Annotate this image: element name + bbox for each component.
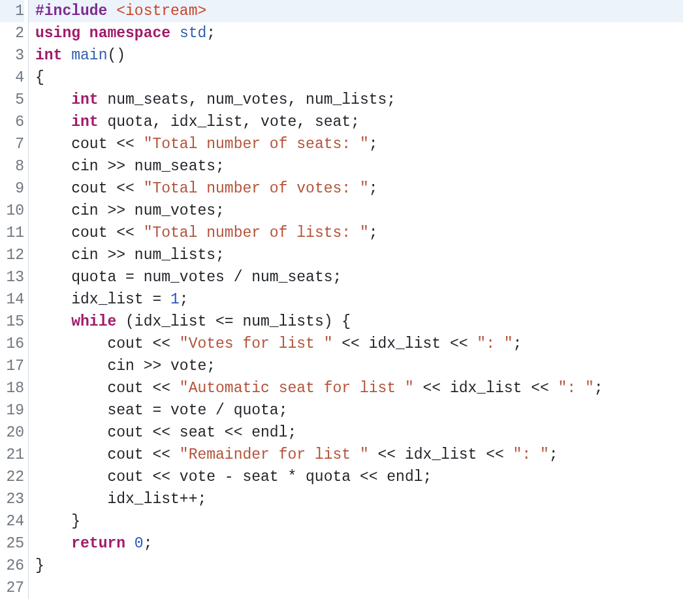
code-token	[35, 446, 107, 463]
code-line[interactable]: {	[35, 67, 683, 89]
code-line[interactable]: cout << seat << endl;	[35, 422, 683, 444]
code-token: cin >> num_votes;	[71, 202, 225, 219]
code-token: cout << vote - seat * quota << endl;	[107, 469, 432, 485]
code-token	[35, 136, 71, 153]
line-number: 3	[0, 44, 24, 67]
code-line[interactable]: cout << vote - seat * quota << endl;	[35, 466, 683, 488]
code-token	[35, 402, 107, 419]
line-number: 26	[0, 555, 24, 577]
code-token	[35, 424, 107, 441]
code-token: << idx_list <<	[369, 446, 513, 463]
line-number: 14	[0, 288, 24, 311]
code-token: idx_list =	[71, 291, 170, 308]
code-token	[35, 202, 71, 219]
line-number: 20	[0, 422, 24, 444]
line-number: 13	[0, 266, 24, 288]
code-token: std	[180, 25, 206, 42]
code-editor[interactable]: 1234567891011121314151617181920212223242…	[0, 0, 683, 599]
code-line[interactable]: cout << "Automatic seat for list " << id…	[35, 377, 683, 399]
code-line[interactable]	[35, 577, 683, 599]
code-token: cout <<	[107, 380, 179, 397]
line-number: 15	[0, 311, 24, 333]
code-line[interactable]: idx_list++;	[35, 488, 683, 510]
code-line[interactable]: cin >> vote;	[35, 355, 683, 377]
code-token: cout <<	[107, 446, 179, 463]
code-token	[35, 224, 71, 241]
code-token: main	[71, 47, 107, 64]
line-number: 1	[0, 0, 24, 22]
code-token	[35, 247, 71, 264]
code-token	[62, 47, 71, 64]
code-token: ;	[180, 291, 189, 308]
code-line[interactable]: cout << "Total number of seats: ";	[35, 133, 683, 155]
code-line[interactable]: return 0;	[35, 532, 683, 555]
code-token: cin >> vote;	[107, 358, 215, 375]
code-token: ;	[369, 224, 378, 241]
code-token: cout <<	[107, 335, 179, 352]
code-line[interactable]: quota = num_votes / num_seats;	[35, 266, 683, 288]
code-line[interactable]: cout << "Votes for list " << idx_list <<…	[35, 333, 683, 355]
code-token: while	[71, 313, 116, 330]
code-line[interactable]: cin >> num_seats;	[35, 155, 683, 177]
line-number: 8	[0, 155, 24, 177]
code-token: "Total number of lists: "	[144, 224, 369, 241]
code-line[interactable]: while (idx_list <= num_lists) {	[35, 311, 683, 333]
code-token	[35, 491, 107, 508]
code-line[interactable]: cout << "Total number of lists: ";	[35, 222, 683, 244]
code-token: cout <<	[71, 136, 143, 153]
code-token: int	[71, 91, 98, 108]
code-token: namespace	[89, 25, 170, 42]
code-token: {	[35, 69, 44, 86]
code-token: ;	[369, 180, 378, 197]
code-token: << idx_list <<	[414, 380, 558, 397]
code-token: using	[35, 25, 80, 42]
line-number: 11	[0, 222, 24, 244]
code-line[interactable]: idx_list = 1;	[35, 288, 683, 311]
code-token: ": "	[477, 335, 513, 352]
line-number: 17	[0, 355, 24, 377]
code-token: seat = vote / quota;	[107, 402, 287, 419]
code-token	[35, 291, 71, 308]
code-token	[125, 535, 135, 552]
code-token	[170, 25, 180, 42]
code-token: cin >> num_seats;	[71, 158, 225, 175]
code-token: 0	[135, 535, 144, 552]
code-token: "Total number of votes: "	[144, 180, 369, 197]
line-number: 4	[0, 67, 24, 89]
code-token: ()	[107, 47, 125, 64]
code-token: ": "	[558, 380, 594, 397]
code-token: "Votes for list "	[180, 335, 333, 352]
code-token	[35, 358, 107, 375]
code-line[interactable]: cin >> num_lists;	[35, 244, 683, 266]
code-token	[35, 535, 71, 552]
line-number: 9	[0, 177, 24, 200]
code-token	[35, 91, 71, 108]
code-line[interactable]: int num_seats, num_votes, num_lists;	[35, 89, 683, 111]
line-number: 21	[0, 444, 24, 466]
code-token: ;	[549, 446, 558, 463]
code-line[interactable]: int quota, idx_list, vote, seat;	[35, 111, 683, 133]
code-token	[99, 91, 108, 108]
code-token: idx_list++;	[107, 491, 206, 508]
code-token	[35, 180, 71, 197]
code-line[interactable]: seat = vote / quota;	[35, 399, 683, 422]
code-token: num_seats, num_votes, num_lists;	[107, 91, 396, 108]
code-token	[35, 313, 71, 330]
code-token: return	[71, 535, 125, 552]
code-area[interactable]: #include <iostream>using namespace std;i…	[29, 0, 683, 599]
code-line[interactable]: cout << "Total number of votes: ";	[35, 177, 683, 200]
code-line[interactable]: cin >> num_votes;	[35, 200, 683, 222]
code-line[interactable]: #include <iostream>	[29, 0, 683, 22]
code-line[interactable]: }	[35, 555, 683, 577]
line-number-gutter: 1234567891011121314151617181920212223242…	[0, 0, 29, 599]
code-line[interactable]: }	[35, 510, 683, 532]
code-token	[35, 335, 107, 352]
code-line[interactable]: cout << "Remainder for list " << idx_lis…	[35, 444, 683, 466]
code-token: }	[35, 513, 80, 530]
code-line[interactable]: using namespace std;	[35, 22, 683, 44]
line-number: 25	[0, 532, 24, 555]
line-number: 7	[0, 133, 24, 155]
code-line[interactable]: int main()	[35, 44, 683, 67]
line-number: 16	[0, 333, 24, 355]
line-number: 19	[0, 399, 24, 422]
